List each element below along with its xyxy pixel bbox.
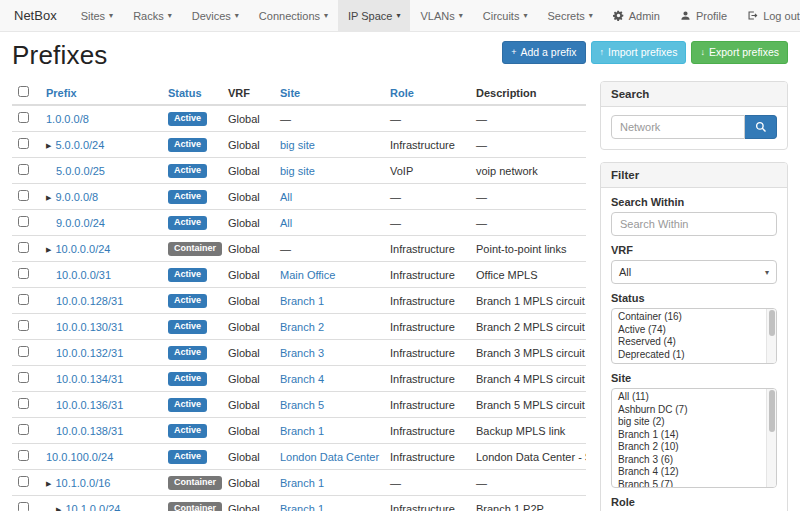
prefix-link[interactable]: 10.0.0.128/31: [56, 295, 123, 307]
search-button[interactable]: [745, 115, 777, 139]
button-label: Export prefixes: [709, 46, 779, 59]
row-checkbox[interactable]: [18, 242, 29, 253]
filter-option[interactable]: Branch 2 (10): [612, 441, 766, 454]
nav-item-label: Connections: [259, 10, 320, 22]
prefix-cell: ▶9.0.0.0/8: [40, 184, 162, 210]
filter-option[interactable]: Reserved (4): [612, 336, 766, 349]
nav-item-admin[interactable]: Admin: [603, 0, 670, 31]
nav-item-secrets[interactable]: Secrets▾: [537, 0, 602, 31]
nav-item-profile[interactable]: Profile: [670, 0, 737, 31]
column-header-role[interactable]: Role: [390, 87, 414, 99]
column-header-prefix[interactable]: Prefix: [46, 87, 77, 99]
nav-item-log-out[interactable]: Log out: [737, 0, 800, 31]
status-badge: Active: [168, 294, 207, 308]
import-prefixes-button[interactable]: ↑Import prefixes: [591, 41, 687, 64]
select-all-checkbox[interactable]: [18, 86, 29, 97]
site-link[interactable]: Branch 1: [280, 295, 324, 307]
filter-option[interactable]: Deprecated (1): [612, 349, 766, 362]
nav-item-devices[interactable]: Devices▾: [182, 0, 249, 31]
description-cell: Branch 3 MPLS circuit: [470, 340, 586, 366]
row-checkbox[interactable]: [18, 424, 29, 435]
row-checkbox[interactable]: [18, 190, 29, 201]
site-link[interactable]: Branch 1: [280, 477, 324, 489]
site-link[interactable]: Branch 1: [280, 503, 324, 511]
prefix-link[interactable]: 5.0.0.0/24: [55, 139, 104, 151]
prefix-link[interactable]: 10.0.0.138/31: [56, 425, 123, 437]
nav-item-circuits[interactable]: Circuits▾: [473, 0, 538, 31]
prefix-cell: 10.0.0.134/31: [40, 366, 162, 392]
role-cell: Infrastructure: [384, 366, 470, 392]
prefix-link[interactable]: 10.0.0.136/31: [56, 399, 123, 411]
site-listbox[interactable]: All (11)Ashburn DC (7)big site (2)Branch…: [611, 388, 777, 488]
site-link[interactable]: Branch 4: [280, 373, 324, 385]
site-link[interactable]: All: [280, 191, 292, 203]
filter-option[interactable]: All (11): [612, 391, 766, 404]
filter-option[interactable]: Container (16): [612, 311, 766, 324]
prefix-link[interactable]: 9.0.0.0/8: [55, 191, 98, 203]
prefix-link[interactable]: 10.0.0.134/31: [56, 373, 123, 385]
nav-item-vlans[interactable]: VLANs▾: [410, 0, 472, 31]
status-cell: Active: [162, 158, 222, 184]
row-checkbox[interactable]: [18, 346, 29, 357]
row-checkbox[interactable]: [18, 216, 29, 227]
status-cell: Active: [162, 444, 222, 470]
prefix-link[interactable]: 9.0.0.0/24: [56, 217, 105, 229]
filter-option[interactable]: Branch 5 (7): [612, 479, 766, 489]
site-link[interactable]: London Data Center: [280, 451, 379, 463]
prefix-cell: 10.0.0.128/31: [40, 288, 162, 314]
filter-option[interactable]: Ashburn DC (7): [612, 404, 766, 417]
scrollbar[interactable]: [766, 309, 776, 363]
site-cell: London Data Center: [274, 444, 384, 470]
site-link[interactable]: All: [280, 217, 292, 229]
prefix-link[interactable]: 1.0.0.0/8: [46, 113, 89, 125]
filter-option[interactable]: Active (74): [612, 324, 766, 337]
nav-item-ip-space[interactable]: IP Space▾: [338, 0, 410, 31]
prefix-link[interactable]: 10.0.0.132/31: [56, 347, 123, 359]
vrf-select[interactable]: All ▾: [611, 260, 777, 284]
prefix-link[interactable]: 10.1.0.0/24: [65, 503, 120, 511]
prefix-cell: ▶10.0.0.0/24: [40, 236, 162, 262]
row-checkbox[interactable]: [18, 398, 29, 409]
site-link[interactable]: big site: [280, 165, 315, 177]
row-checkbox[interactable]: [18, 372, 29, 383]
status-badge: Active: [168, 372, 207, 386]
row-checkbox[interactable]: [18, 502, 29, 511]
filter-option[interactable]: big site (2): [612, 416, 766, 429]
scrollbar[interactable]: [766, 389, 776, 487]
prefix-link[interactable]: 10.0.0.0/24: [55, 243, 110, 255]
nav-item-sites[interactable]: Sites▾: [71, 0, 123, 31]
row-checkbox[interactable]: [18, 450, 29, 461]
add-a-prefix-button[interactable]: +Add a prefix: [502, 41, 585, 64]
filter-option[interactable]: Branch 3 (6): [612, 454, 766, 467]
column-header-site[interactable]: Site: [280, 87, 300, 99]
site-link[interactable]: Branch 5: [280, 399, 324, 411]
filter-option[interactable]: Branch 4 (12): [612, 466, 766, 479]
filter-panel-title: Filter: [601, 163, 787, 188]
prefix-link[interactable]: 10.0.0.130/31: [56, 321, 123, 333]
export-prefixes-button[interactable]: ↓Export prefixes: [691, 41, 788, 64]
site-link[interactable]: Main Office: [280, 269, 335, 281]
row-checkbox[interactable]: [18, 476, 29, 487]
site-link[interactable]: Branch 1: [280, 425, 324, 437]
row-checkbox[interactable]: [18, 320, 29, 331]
search-within-input[interactable]: [611, 212, 777, 236]
prefix-link[interactable]: 5.0.0.0/25: [56, 165, 105, 177]
site-link[interactable]: Branch 2: [280, 321, 324, 333]
search-input[interactable]: [611, 115, 745, 139]
row-checkbox[interactable]: [18, 138, 29, 149]
column-header-status[interactable]: Status: [168, 87, 202, 99]
row-checkbox[interactable]: [18, 112, 29, 123]
row-checkbox[interactable]: [18, 164, 29, 175]
site-link[interactable]: Branch 3: [280, 347, 324, 359]
status-listbox[interactable]: Container (16)Active (74)Reserved (4)Dep…: [611, 308, 777, 364]
filter-option[interactable]: Branch 1 (14): [612, 429, 766, 442]
row-checkbox[interactable]: [18, 294, 29, 305]
row-checkbox[interactable]: [18, 268, 29, 279]
navbar-brand[interactable]: NetBox: [0, 0, 71, 31]
nav-item-connections[interactable]: Connections▾: [249, 0, 338, 31]
nav-item-racks[interactable]: Racks▾: [123, 0, 182, 31]
site-link[interactable]: big site: [280, 139, 315, 151]
prefix-link[interactable]: 10.0.100.0/24: [46, 451, 113, 463]
prefix-link[interactable]: 10.0.0.0/31: [56, 269, 111, 281]
prefix-link[interactable]: 10.1.0.0/16: [55, 477, 110, 489]
